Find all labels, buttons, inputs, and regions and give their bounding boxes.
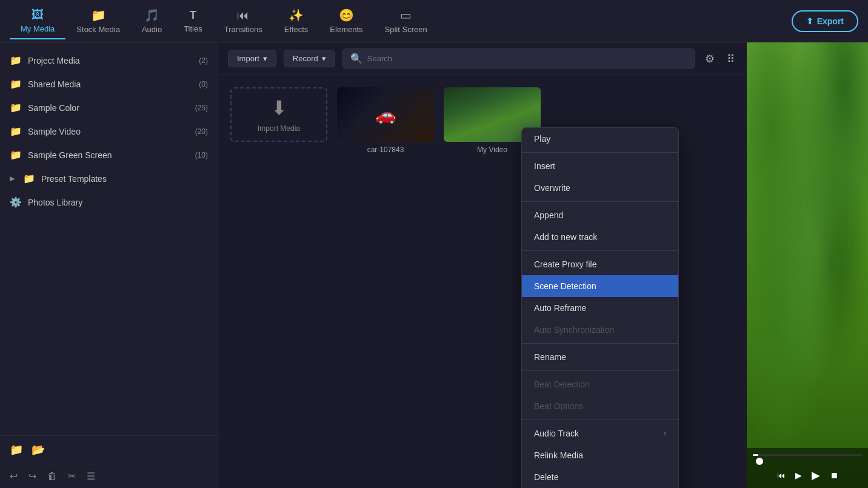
car-video-tile[interactable]: car-107843 xyxy=(337,87,434,154)
gear-icon: ⚙️ xyxy=(10,196,22,208)
folder-icon: 📁 xyxy=(10,149,22,161)
audio-icon: 🎵 xyxy=(144,8,159,22)
delete-icon[interactable]: 🗑 xyxy=(47,471,57,482)
ctx-divider-2 xyxy=(522,201,678,202)
submenu-arrow-icon: › xyxy=(664,429,666,438)
nav-effects[interactable]: ✨ Effects xyxy=(273,3,319,39)
ctx-play[interactable]: Play xyxy=(522,128,678,150)
sidebar-item-photos-library[interactable]: ⚙️ Photos Library xyxy=(0,190,218,214)
ctx-create-proxy-file[interactable]: Create Proxy file xyxy=(522,253,678,275)
ctx-divider-5 xyxy=(522,370,678,371)
nav-audio[interactable]: 🎵 Audio xyxy=(131,3,173,39)
undo-icon[interactable]: ↩ xyxy=(10,470,18,482)
import-thumb: ⬇ Import Media xyxy=(230,87,327,142)
play-button[interactable]: ▶ xyxy=(812,469,820,482)
split-screen-icon: ▭ xyxy=(400,8,412,22)
progress-handle[interactable] xyxy=(756,458,763,465)
stop-button[interactable]: ⏹ xyxy=(830,470,838,480)
progress-fill xyxy=(753,454,758,456)
my-media-icon: 🖼 xyxy=(32,8,44,22)
folder-icon: 📁 xyxy=(23,173,35,184)
progress-bar[interactable] xyxy=(753,454,862,456)
sidebar-item-sample-color[interactable]: 📁 Sample Color (25) xyxy=(0,96,218,119)
chevron-down-icon: ▾ xyxy=(322,54,326,63)
adjust-icon[interactable]: ☰ xyxy=(87,470,95,482)
sidebar-item-sample-green-screen[interactable]: 📁 Sample Green Screen (10) xyxy=(0,143,218,167)
elements-icon: 😊 xyxy=(339,8,354,22)
nav-split-screen[interactable]: ▭ Split Screen xyxy=(374,3,438,39)
export-button[interactable]: ⬆ Export xyxy=(792,10,858,32)
chevron-down-icon: ▾ xyxy=(263,54,267,63)
transitions-icon: ⏮ xyxy=(237,8,249,22)
import-button[interactable]: Import ▾ xyxy=(228,50,276,67)
ctx-divider-1 xyxy=(522,152,678,153)
effects-icon: ✨ xyxy=(289,8,304,22)
car-video-thumb xyxy=(337,87,434,142)
search-icon: 🔍 xyxy=(350,53,362,64)
grid-view-button[interactable]: ⠿ xyxy=(724,50,737,68)
preview-thumbnail xyxy=(747,42,868,488)
record-button[interactable]: Record ▾ xyxy=(284,50,335,67)
nav-titles[interactable]: T Titles xyxy=(173,4,213,38)
ctx-overwrite[interactable]: Overwrite xyxy=(522,177,678,199)
import-icon: ⬇ xyxy=(271,96,287,119)
chevron-right-icon: ▶ xyxy=(10,175,15,182)
right-panel: ⏮ ▶ ▶ ⏹ xyxy=(747,42,868,488)
play-slow-button[interactable]: ▶ xyxy=(795,470,802,480)
search-input[interactable] xyxy=(367,54,687,63)
ctx-append[interactable]: Append xyxy=(522,204,678,226)
prev-frame-button[interactable]: ⏮ xyxy=(777,470,786,480)
ctx-add-to-new-track[interactable]: Add to new track xyxy=(522,226,678,248)
filter-button[interactable]: ⚙ xyxy=(703,50,717,68)
ctx-beat-options: Beat Options xyxy=(522,395,678,417)
folder-icon: 📁 xyxy=(10,55,22,66)
preview-controls: ⏮ ▶ ▶ ⏹ xyxy=(747,448,868,488)
ctx-divider-3 xyxy=(522,250,678,251)
ctx-delete[interactable]: Delete xyxy=(522,466,678,488)
nav-elements[interactable]: 😊 Elements xyxy=(319,3,373,39)
content-toolbar: Import ▾ Record ▾ 🔍 ⚙ ⠿ xyxy=(218,42,747,75)
ctx-audio-track[interactable]: Audio Track › xyxy=(522,423,678,444)
nav-transitions[interactable]: ⏮ Transitions xyxy=(213,4,273,39)
folder-icon: 📁 xyxy=(10,102,22,113)
sidebar-item-shared-media[interactable]: 📁 Shared Media (0) xyxy=(0,72,218,96)
sidebar-list: 📁 Project Media (2) 📁 Shared Media (0) 📁… xyxy=(0,42,218,435)
my-video-label: My Video xyxy=(477,145,507,154)
search-bar: 🔍 xyxy=(342,48,695,69)
ctx-relink-media[interactable]: Relink Media xyxy=(522,444,678,466)
sidebar-item-preset-templates[interactable]: ▶ 📁 Preset Templates xyxy=(0,167,218,190)
ctx-scene-detection[interactable]: Scene Detection xyxy=(522,275,678,297)
titles-icon: T xyxy=(190,9,196,22)
import-folder-icon[interactable]: 📂 xyxy=(32,443,45,456)
ctx-rename[interactable]: Rename xyxy=(522,346,678,368)
folder-icon: 📁 xyxy=(10,125,22,137)
import-media-tile[interactable]: ⬇ Import Media xyxy=(230,87,327,154)
ctx-beat-detection: Beat Detection xyxy=(522,373,678,395)
content-area: Import ▾ Record ▾ 🔍 ⚙ ⠿ ⬇ Import Media xyxy=(218,42,747,488)
nav-my-media[interactable]: 🖼 My Media xyxy=(10,3,65,39)
ctx-divider-6 xyxy=(522,419,678,420)
ctx-insert[interactable]: Insert xyxy=(522,155,678,177)
folder-icon: 📁 xyxy=(10,78,22,90)
ctx-auto-synchronization: Auto Synchronization xyxy=(522,319,678,341)
playback-buttons: ⏮ ▶ ▶ ⏹ xyxy=(753,469,862,482)
sidebar-item-sample-video[interactable]: 📁 Sample Video (20) xyxy=(0,119,218,143)
top-navigation: 🖼 My Media 📁 Stock Media 🎵 Audio T Title… xyxy=(0,0,868,42)
import-media-label: Import Media xyxy=(258,124,300,133)
export-icon: ⬆ xyxy=(806,16,813,26)
main-layout: 📁 Project Media (2) 📁 Shared Media (0) 📁… xyxy=(0,42,868,488)
new-folder-icon[interactable]: 📁 xyxy=(10,443,23,456)
context-menu: Play Insert Overwrite Append Add to new … xyxy=(521,127,679,488)
ctx-divider-4 xyxy=(522,343,678,344)
sidebar: 📁 Project Media (2) 📁 Shared Media (0) 📁… xyxy=(0,42,218,488)
nav-stock-media[interactable]: 📁 Stock Media xyxy=(65,3,131,39)
cut-icon[interactable]: ✂ xyxy=(68,470,76,482)
ctx-auto-reframe[interactable]: Auto Reframe xyxy=(522,297,678,319)
stock-media-icon: 📁 xyxy=(91,8,106,22)
car-video-label: car-107843 xyxy=(367,145,404,154)
redo-icon[interactable]: ↪ xyxy=(28,470,36,482)
sidebar-item-project-media[interactable]: 📁 Project Media (2) xyxy=(0,48,218,72)
